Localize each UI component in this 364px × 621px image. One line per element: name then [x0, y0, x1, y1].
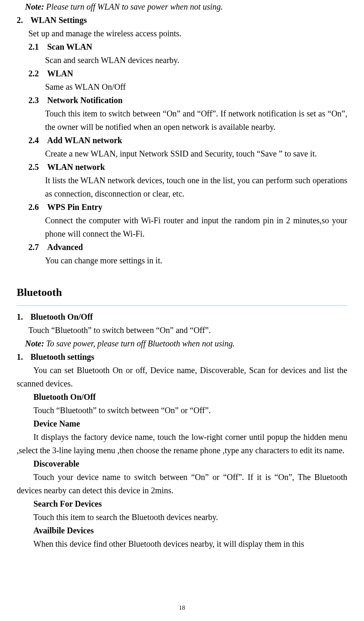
network-notif-title: Network Notification: [47, 96, 123, 105]
wlan-network-title: WLAN network: [47, 162, 105, 172]
wlan-title: WLAN: [47, 69, 73, 78]
add-wlan-body: Create a new WLAN, input Network SSID an…: [45, 147, 347, 160]
add-wlan-title: Add WLAN network: [47, 136, 122, 145]
bt-sub-devname-body: It displays the factory device name, tou…: [17, 430, 347, 457]
bt-note: Note: To save power, please turn off Blu…: [25, 337, 347, 350]
scan-wlan-item: 2.1 Scan WLAN: [28, 40, 347, 53]
bt-sub-discover-title: Discoverable: [33, 457, 347, 470]
wlan-settings-item: 2. WLAN Settings: [17, 13, 347, 27]
bt-onoff-item: 1. Bluetooth On/Off: [17, 310, 347, 323]
bt-sub-onoff-body: Touch “Bluetooth” to switch between “On”…: [33, 404, 347, 417]
bt-sub-avail-title: Availbile Devices: [33, 524, 347, 537]
scan-wlan-body: Scan and search WLAN devices nearby.: [45, 53, 347, 67]
bt-sub-devname-title: Device Name: [33, 417, 347, 430]
bluetooth-heading: Bluetooth: [17, 284, 347, 301]
bt-sub-discover: Discoverable: [33, 457, 347, 470]
advanced-title: Advanced: [47, 242, 83, 252]
page-number: 18: [0, 603, 364, 613]
wlan-note-text: Please turn off WLAN to save power when …: [46, 2, 223, 11]
bt-sub-devname: Device Name: [33, 417, 347, 430]
bt-sub-search-body: Touch this item to search the Bluetooth …: [33, 510, 347, 524]
advanced-body: You can change more settings in it.: [45, 254, 347, 267]
wlan-settings-num: 2.: [17, 13, 28, 27]
wlan-network-item: 2.5 WLAN network: [28, 160, 347, 174]
scan-wlan-num: 2.1: [28, 40, 45, 53]
wps-pin-title: WPS Pin Entry: [47, 202, 102, 212]
wlan-body: Same as WLAN On/Off: [45, 80, 347, 93]
bt-sub-search: Search For Devices Touch this item to se…: [33, 497, 347, 524]
bt-settings-num: 1.: [17, 350, 28, 364]
bt-sub-onoff-title: Bluetooth On/Off: [33, 390, 347, 404]
bluetooth-divider: [17, 305, 347, 306]
scan-wlan-title: Scan WLAN: [47, 42, 92, 51]
bt-sub-onoff: Bluetooth On/Off Touch “Bluetooth” to sw…: [33, 390, 347, 417]
network-notif-body: Touch this item to switch between “On” a…: [45, 107, 347, 134]
bt-settings-body: You can set Bluetooth On or off, Device …: [17, 364, 347, 390]
network-notif-num: 2.3: [28, 93, 45, 107]
wlan-settings-body: Set up and manage the wireless access po…: [28, 27, 347, 40]
add-wlan-item: 2.4 Add WLAN network: [28, 134, 347, 147]
bt-note-label: Note:: [25, 339, 44, 348]
bt-sub-avail-body: When this device find other Bluetooth de…: [33, 537, 347, 550]
bt-onoff-num: 1.: [17, 310, 28, 323]
wps-pin-body: Connect the computer with Wi-Fi router a…: [45, 214, 347, 240]
advanced-num: 2.7: [28, 240, 45, 254]
wlan-num: 2.2: [28, 67, 45, 80]
wlan-note-label: Note:: [25, 2, 44, 11]
wps-pin-item: 2.6 WPS Pin Entry: [28, 200, 347, 214]
bt-sub-avail: Availbile Devices When this device find …: [33, 524, 347, 550]
wlan-item: 2.2 WLAN: [28, 67, 347, 80]
network-notif-item: 2.3 Network Notification: [28, 93, 347, 107]
wlan-note: Note: Please turn off WLAN to save power…: [25, 0, 347, 13]
wps-pin-num: 2.6: [28, 200, 45, 214]
bt-onoff-body: Touch “Bluetooth” to switch between “On”…: [28, 323, 347, 337]
bt-sub-search-title: Search For Devices: [33, 497, 347, 510]
wlan-settings-title: WLAN Settings: [30, 15, 87, 25]
wlan-network-body: It lists the WLAN network devices, touch…: [45, 174, 347, 200]
advanced-item: 2.7 Advanced: [28, 240, 347, 254]
add-wlan-num: 2.4: [28, 134, 45, 147]
bt-settings-item: 1. Bluetooth settings: [17, 350, 347, 364]
bt-sub-discover-body: Touch your device name to switch between…: [17, 470, 347, 497]
wlan-network-num: 2.5: [28, 160, 45, 174]
bt-note-text: To save power, please turn off Bluetooth…: [46, 339, 235, 348]
bt-onoff-title: Bluetooth On/Off: [30, 312, 93, 321]
bt-settings-title: Bluetooth settings: [30, 352, 94, 361]
